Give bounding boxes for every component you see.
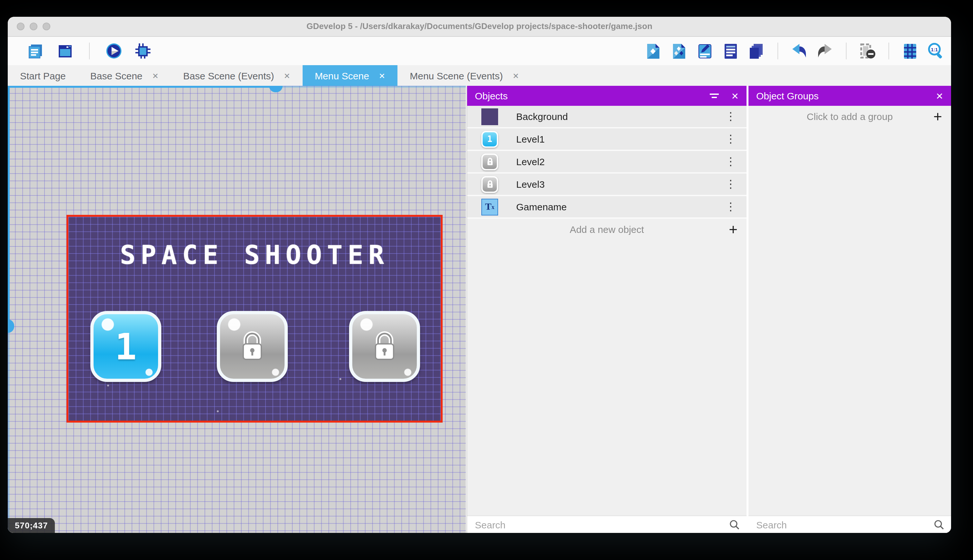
object-name: Gamename (516, 201, 567, 212)
level3-locked-sprite[interactable] (349, 311, 420, 382)
debug-icon[interactable] (134, 42, 152, 60)
screen: GDevelop 5 - /Users/dkarakay/Documents/G… (0, 0, 973, 560)
object-row-level2[interactable]: Level2 ⋮ (467, 151, 746, 173)
zoom-window-button[interactable] (43, 23, 50, 30)
scene-canvas[interactable]: SPACE SHOOTER 1 (8, 86, 466, 533)
cursor-coordinates-badge: 570;437 (8, 518, 55, 533)
undo-icon[interactable] (790, 42, 808, 60)
object-row-level1[interactable]: 1 Level1 ⋮ (467, 128, 746, 151)
level-number: 1 (115, 325, 137, 367)
add-group-label: Click to add a group (807, 111, 893, 122)
toolbar: 1:1 (8, 37, 951, 65)
tab-menu-scene[interactable]: Menu Scene✕ (303, 65, 398, 87)
window-mask-icon[interactable] (859, 42, 876, 60)
object-groups-panel-header: Object Groups ✕ (748, 86, 951, 106)
toolbar-divider (846, 43, 846, 59)
object-row-level3[interactable]: Level3 ⋮ (467, 173, 746, 196)
object-row-background[interactable]: Background ⋮ (467, 106, 746, 128)
content: SPACE SHOOTER 1 (8, 86, 951, 533)
svg-text:1:1: 1:1 (931, 47, 938, 52)
instances-list-icon[interactable] (722, 42, 740, 60)
window-title: GDevelop 5 - /Users/dkarakay/Documents/G… (8, 17, 951, 36)
level1-button-sprite[interactable]: 1 (90, 311, 161, 382)
add-new-object-button[interactable]: Add a new object + (467, 219, 746, 240)
tab-base-scene[interactable]: Base Scene✕ (78, 65, 171, 87)
add-object-label: Add a new object (570, 224, 644, 235)
redo-icon[interactable] (816, 42, 834, 60)
scene-game-title: SPACE SHOOTER (68, 240, 441, 270)
close-tab-icon[interactable]: ✕ (284, 71, 290, 80)
lock-thumbnail-icon (482, 153, 498, 170)
lock-icon (235, 330, 269, 363)
objects-panel-header: Objects ✕ (467, 86, 746, 106)
grid-icon[interactable] (901, 42, 919, 60)
search-icon (934, 519, 945, 530)
lock-thumbnail-icon (482, 176, 498, 193)
vertical-scrollbar-handle[interactable] (8, 319, 14, 333)
object-name: Level2 (516, 156, 545, 167)
kebab-menu-icon[interactable]: ⋮ (725, 201, 736, 212)
object-groups-panel-title: Object Groups (756, 90, 924, 101)
selected-background-object[interactable]: SPACE SHOOTER 1 (67, 215, 443, 423)
toolbar-divider (888, 43, 889, 59)
objects-search-input[interactable] (473, 518, 729, 531)
layers-editor-icon[interactable] (748, 42, 765, 60)
play-icon[interactable] (105, 42, 123, 60)
object-name: Background (516, 111, 568, 122)
object-groups-editor-icon[interactable] (670, 42, 688, 60)
object-name: Level1 (516, 133, 545, 145)
groups-search-input[interactable] (755, 518, 934, 531)
tab-label: Menu Scene (Events) (410, 70, 503, 81)
close-tab-icon[interactable]: ✕ (513, 71, 519, 80)
titlebar: GDevelop 5 - /Users/dkarakay/Documents/G… (8, 17, 951, 37)
objects-editor-icon[interactable] (645, 42, 662, 60)
search-icon (729, 519, 740, 530)
close-tab-icon[interactable]: ✕ (152, 71, 159, 80)
gdevelop-window: GDevelop 5 - /Users/dkarakay/Documents/G… (8, 17, 951, 533)
object-row-gamename[interactable]: Tx Gamename ⋮ (467, 196, 746, 219)
filter-icon[interactable] (710, 91, 720, 100)
tab-menu-scene-events[interactable]: Menu Scene (Events)✕ (397, 65, 531, 87)
tab-label: Base Scene (90, 70, 143, 81)
text-object-thumbnail-icon: Tx (482, 198, 498, 215)
horizontal-scrollbar-handle[interactable] (269, 86, 283, 92)
tab-start-page[interactable]: Start Page (8, 65, 78, 87)
level2-locked-sprite[interactable] (217, 311, 288, 382)
object-groups-panel: Object Groups ✕ Click to add a group + (748, 86, 951, 533)
close-panel-icon[interactable]: ✕ (936, 91, 943, 101)
toolbar-divider (89, 43, 90, 59)
add-group-button[interactable]: Click to add a group + (748, 106, 951, 127)
minimize-window-button[interactable] (30, 23, 37, 30)
lock-icon (368, 330, 402, 363)
groups-search-bar (748, 515, 951, 533)
zoom-1-1-icon[interactable]: 1:1 (927, 42, 945, 60)
kebab-menu-icon[interactable]: ⋮ (725, 179, 736, 190)
object-name: Level3 (516, 179, 545, 190)
tab-label: Base Scene (Events) (183, 70, 274, 81)
scene-properties-icon[interactable] (696, 42, 714, 60)
objects-search-bar (467, 515, 746, 533)
project-manager-icon[interactable] (27, 42, 45, 60)
kebab-menu-icon[interactable]: ⋮ (725, 133, 736, 145)
tab-label: Menu Scene (315, 70, 369, 81)
background-thumbnail-icon (482, 108, 498, 125)
objects-panel-title: Objects (475, 90, 698, 101)
level1-thumbnail-icon: 1 (482, 131, 498, 147)
objects-panel: Objects ✕ Background ⋮ 1 Level1 ⋮ (467, 86, 746, 533)
close-panel-icon[interactable]: ✕ (731, 91, 739, 101)
close-window-button[interactable] (17, 23, 25, 30)
toolbar-divider (778, 43, 778, 59)
plus-icon: + (933, 108, 942, 125)
close-tab-icon[interactable]: ✕ (379, 71, 385, 80)
kebab-menu-icon[interactable]: ⋮ (725, 156, 736, 167)
preview-window-icon[interactable] (56, 42, 73, 60)
tab-bar: Start Page Base Scene✕ Base Scene (Event… (8, 65, 951, 87)
tab-base-scene-events[interactable]: Base Scene (Events)✕ (171, 65, 303, 87)
plus-icon: + (729, 221, 738, 238)
kebab-menu-icon[interactable]: ⋮ (725, 111, 736, 122)
tab-label: Start Page (20, 70, 66, 81)
